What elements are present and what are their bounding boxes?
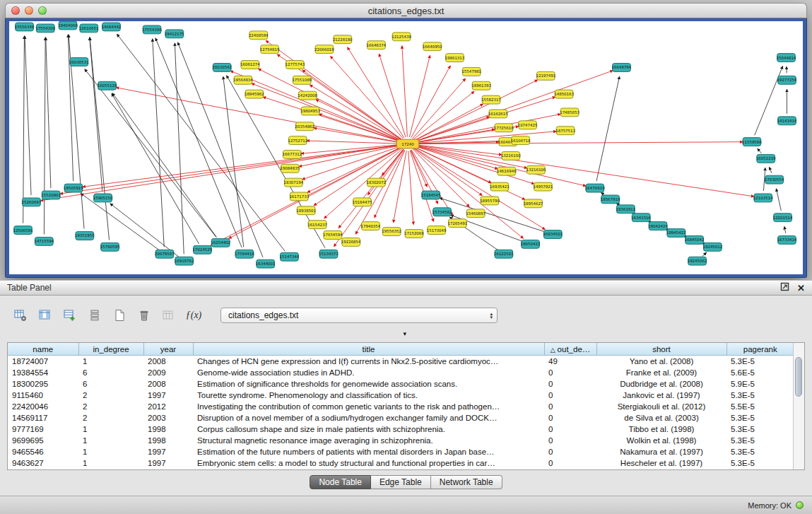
column-header-name[interactable]: name <box>8 343 78 356</box>
graph-node[interactable]: 15520801 <box>41 191 61 199</box>
graph-node[interactable]: 18938501 <box>296 206 316 215</box>
table-row[interactable]: 1938455462009Genome-wide association stu… <box>8 367 794 378</box>
table-settings-icon[interactable] <box>13 308 28 323</box>
close-button[interactable] <box>11 6 20 15</box>
table-cell[interactable]: 9115460 <box>8 390 78 401</box>
table-cell[interactable]: 22420046 <box>8 401 78 412</box>
table-cell[interactable]: 1997 <box>143 390 193 401</box>
table-cell[interactable]: 1997 <box>143 446 193 457</box>
graph-node[interactable]: 15547981 <box>461 67 481 76</box>
graph-node[interactable]: 15184545 <box>421 191 441 199</box>
row-edit-icon[interactable] <box>62 308 78 323</box>
table-cell[interactable]: 1 <box>78 356 143 368</box>
table-cell[interactable]: 9699695 <box>8 435 78 446</box>
graph-node[interactable]: 13216106 <box>526 165 546 174</box>
graph-node[interactable]: 14684442 <box>102 23 122 31</box>
graph-node[interactable]: 17024529 <box>193 245 213 254</box>
column-header-title[interactable]: title <box>193 343 544 356</box>
graph-node[interactable]: 16476919 <box>585 184 605 192</box>
float-panel-icon[interactable] <box>780 281 789 294</box>
graph-node[interactable]: 12506591 <box>13 226 33 235</box>
table-cell[interactable]: Yano et al. (2008) <box>596 356 726 368</box>
table-cell[interactable]: 5.3E-5 <box>726 446 794 457</box>
table-cell[interactable]: 49 <box>544 356 596 368</box>
table-cell[interactable]: 19384554 <box>8 367 78 378</box>
table-cell[interactable]: Genome-wide association studies in ADHD. <box>193 367 544 378</box>
table-cell[interactable]: 5.5E-5 <box>726 401 794 412</box>
table-cell[interactable]: 1 <box>78 435 143 446</box>
graph-node[interactable]: 17265491 <box>448 219 468 228</box>
graph-node[interactable]: 12201514 <box>773 214 793 222</box>
graph-node[interactable]: 15134373 <box>319 250 339 258</box>
graph-node[interactable]: 12775743 <box>285 61 305 69</box>
table-row[interactable]: 946362711997Embryonic stem cells: a mode… <box>8 457 794 469</box>
import-table-icon[interactable] <box>161 308 177 323</box>
table-scrollbar-thumb[interactable] <box>795 357 802 397</box>
graph-node[interactable]: 15905150 <box>93 194 113 202</box>
graph-node[interactable]: 16344001 <box>256 259 276 268</box>
table-cell[interactable]: 2 <box>78 401 143 412</box>
table-cell[interactable]: Estimation of significance thresholds fo… <box>193 378 544 390</box>
graph-node[interactable]: 22066018 <box>314 45 334 54</box>
table-cell[interactable]: Estimation of the future numbers of pati… <box>193 446 544 457</box>
table-cell[interactable]: Changes of HCN gene expression and I(f) … <box>193 356 544 368</box>
table-cell[interactable]: 1 <box>78 457 143 469</box>
graph-node[interactable]: 15044814 <box>777 54 796 62</box>
table-cell[interactable]: 5.6E-5 <box>726 367 794 378</box>
column-header-in-degree[interactable]: in_degree <box>78 343 143 356</box>
table-cell[interactable]: 5.3E-5 <box>726 424 794 435</box>
graph-node[interactable]: 15184475 <box>353 198 372 206</box>
graph-node[interactable]: 16677312 <box>283 150 302 158</box>
graph-node[interactable]: 12125439 <box>392 33 411 41</box>
graph-node[interactable]: 16834501 <box>543 230 563 239</box>
graph-node[interactable]: 17551089 <box>292 76 312 84</box>
graph-node[interactable]: 12610651 <box>79 24 99 33</box>
graph-node[interactable]: 19245012 <box>703 243 723 251</box>
graph-node[interactable]: 16171733 <box>289 192 309 201</box>
graph-node[interactable]: 20354862 <box>295 122 314 131</box>
graph-node[interactable]: 17240 <box>396 139 419 148</box>
graph-node[interactable]: 18302072 <box>367 178 387 187</box>
table-cell[interactable]: Jankovic et al. (1997) <box>596 390 726 401</box>
graph-node[interactable]: 19505919 <box>64 184 83 192</box>
table-cell[interactable]: 2 <box>78 412 143 424</box>
graph-node[interactable]: 19245062 <box>688 257 707 265</box>
graph-node[interactable]: 19861313 <box>445 54 465 62</box>
graph-node[interactable]: 16122501 <box>494 250 514 258</box>
column-header-pagerank[interactable]: pagerank <box>726 343 794 356</box>
graph-node[interactable]: 18757513 <box>555 127 575 135</box>
table-source-combobox[interactable]: citations_edges.txt ▴▾ <box>220 308 498 323</box>
graph-node[interactable]: 17030554 <box>765 175 784 184</box>
table-cell[interactable]: 2 <box>78 390 143 401</box>
function-builder-icon[interactable]: ƒ(x) <box>186 308 201 323</box>
graph-node[interactable]: 16935421 <box>490 182 510 191</box>
graph-node[interactable]: 16055128 <box>98 81 117 90</box>
table-cell[interactable]: 5.3E-5 <box>726 457 794 469</box>
table-cell[interactable]: 2012 <box>143 401 193 412</box>
graph-node[interactable]: 10747425 <box>518 121 538 129</box>
graph-node[interactable]: 16733414 <box>777 235 797 244</box>
graph-node[interactable]: 16154237 <box>307 221 327 229</box>
table-row[interactable]: 911546021997Tourette syndrome. Phenomeno… <box>8 390 794 401</box>
graph-node[interactable]: 16254402 <box>211 238 230 247</box>
graph-node[interactable]: 16640950 <box>423 42 442 51</box>
graph-node[interactable]: 19277254 <box>777 76 797 84</box>
table-cell[interactable]: 0 <box>544 412 596 424</box>
column-header-year[interactable]: year <box>143 343 193 356</box>
graph-node[interactable]: 16341516 <box>631 214 651 222</box>
minimize-button[interactable] <box>25 6 33 15</box>
table-cell[interactable]: 0 <box>544 367 596 378</box>
graph-node[interactable]: 11559588 <box>742 138 762 146</box>
table-cell[interactable]: 1997 <box>143 457 193 469</box>
close-panel-icon[interactable]: ✕ <box>797 283 805 293</box>
table-cell[interactable]: 0 <box>544 401 596 412</box>
graph-node[interactable]: 19226854 <box>341 238 361 246</box>
table-row[interactable]: 977716911998Corpus callosum shape and si… <box>8 424 794 435</box>
graph-node[interactable]: 12754819 <box>260 45 280 54</box>
graph-node[interactable]: 16052219 <box>756 154 776 163</box>
table-cell[interactable]: Structural magnetic resonance image aver… <box>193 435 544 446</box>
graph-node[interactable]: 14715594 <box>34 237 54 245</box>
graph-node[interactable]: 14850163 <box>554 90 574 98</box>
table-row[interactable]: 946554611997Estimation of the future num… <box>8 446 794 457</box>
table-cell[interactable]: Franke et al. (2009) <box>596 367 726 378</box>
